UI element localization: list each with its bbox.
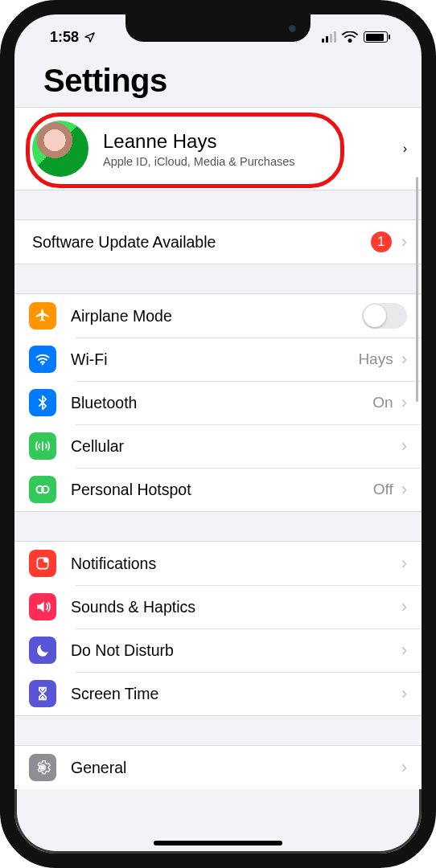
page-title: Settings [14, 55, 422, 107]
wifi-settings-icon [29, 346, 56, 373]
airplane-toggle[interactable] [362, 303, 407, 329]
battery-icon [364, 31, 388, 43]
chevron-right-icon: › [401, 436, 407, 457]
chevron-right-icon: › [401, 479, 407, 500]
software-update-group: Software Update Available 1 › [14, 219, 422, 264]
wifi-icon [342, 31, 358, 43]
cellular-row[interactable]: Cellular › [14, 424, 422, 468]
cellular-signal-icon [322, 31, 336, 43]
alerts-group: Notifications › Sounds & Haptics › Do No… [14, 541, 422, 716]
chevron-right-icon: › [401, 757, 407, 778]
wifi-label: Wi-Fi [71, 350, 358, 369]
profile-group: Leanne Hays Apple ID, iCloud, Media & Pu… [14, 107, 422, 190]
bluetooth-row[interactable]: Bluetooth On › [14, 381, 422, 424]
airplane-label: Airplane Mode [71, 307, 362, 326]
hourglass-icon [29, 680, 56, 707]
wifi-value: Hays [358, 350, 393, 368]
dnd-row[interactable]: Do Not Disturb › [14, 628, 422, 672]
chevron-right-icon: › [401, 596, 407, 617]
update-badge: 1 [371, 231, 392, 252]
dnd-label: Do Not Disturb [71, 641, 401, 660]
cellular-label: Cellular [71, 437, 401, 456]
home-indicator[interactable] [154, 841, 282, 845]
profile-subtitle: Apple ID, iCloud, Media & Purchases [103, 155, 403, 168]
airplane-icon [29, 302, 56, 330]
general-row[interactable]: General › [14, 746, 422, 789]
general-group: General › [14, 745, 422, 789]
notifications-label: Notifications [71, 555, 401, 573]
chevron-right-icon: › [401, 640, 407, 661]
sounds-icon [29, 593, 56, 620]
notifications-row[interactable]: Notifications › [14, 542, 422, 585]
cellular-icon [29, 432, 56, 460]
chevron-right-icon: › [401, 392, 407, 413]
screen: 1:58 Settings Leanne Hays Apple ID, i [14, 14, 422, 854]
moon-icon [29, 637, 56, 664]
notifications-icon [29, 550, 56, 577]
software-update-label: Software Update Available [32, 233, 371, 252]
status-time: 1:58 [50, 29, 79, 46]
chevron-right-icon: › [401, 349, 407, 370]
chevron-right-icon: › [401, 231, 407, 252]
svg-point-1 [42, 363, 44, 366]
connectivity-group: Airplane Mode Wi-Fi Hays › Bluetooth On … [14, 293, 422, 512]
chevron-right-icon: › [401, 553, 407, 574]
hotspot-row[interactable]: Personal Hotspot Off › [14, 468, 422, 511]
bluetooth-icon [29, 389, 56, 416]
svg-point-0 [348, 39, 351, 42]
gear-icon [29, 754, 56, 781]
general-label: General [71, 759, 401, 777]
chevron-right-icon: › [403, 141, 407, 156]
chevron-right-icon: › [401, 683, 407, 704]
hotspot-value: Off [373, 481, 393, 498]
profile-name: Leanne Hays [103, 130, 403, 153]
bluetooth-value: On [372, 394, 393, 411]
location-icon [84, 31, 96, 43]
software-update-row[interactable]: Software Update Available 1 › [14, 220, 422, 264]
svg-point-5 [43, 558, 49, 563]
avatar [32, 121, 88, 177]
hotspot-label: Personal Hotspot [71, 481, 373, 499]
notch [125, 14, 311, 42]
apple-id-row[interactable]: Leanne Hays Apple ID, iCloud, Media & Pu… [14, 108, 422, 190]
svg-point-6 [41, 766, 45, 770]
sounds-row[interactable]: Sounds & Haptics › [14, 585, 422, 628]
screentime-row[interactable]: Screen Time › [14, 672, 422, 715]
bluetooth-label: Bluetooth [71, 394, 372, 412]
phone-frame: 1:58 Settings Leanne Hays Apple ID, i [0, 0, 436, 868]
sounds-label: Sounds & Haptics [71, 598, 401, 616]
screentime-label: Screen Time [71, 685, 401, 703]
hotspot-icon [29, 476, 56, 503]
wifi-row[interactable]: Wi-Fi Hays › [14, 338, 422, 381]
airplane-mode-row[interactable]: Airplane Mode [14, 294, 422, 338]
scroll-indicator[interactable] [416, 177, 418, 402]
